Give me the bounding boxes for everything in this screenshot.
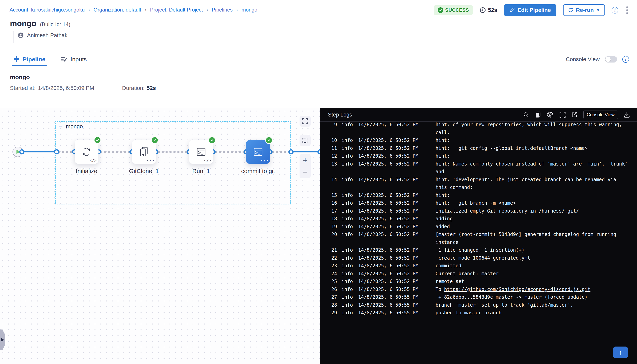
connector-port[interactable] [288,149,294,154]
log-link[interactable]: https://github.com/Sonichigo/economy-dis… [444,286,590,292]
log-timestamp: 14/8/2025, 6:50:52 PM [358,207,427,215]
log-settings-icon[interactable] [547,111,554,118]
more-options-menu[interactable] [625,5,629,15]
connector-line [158,151,188,153]
divider [13,31,14,43]
tab-inputs[interactable]: Inputs [59,52,88,66]
log-level: info [342,286,354,294]
step-node-gitclone[interactable]: </> [132,140,156,164]
console-view-info-icon[interactable]: i [622,56,629,63]
stage-group-label[interactable]: – mongo [59,123,83,130]
log-timestamp: 14/8/2025, 6:50:52 PM [358,262,427,270]
zoom-in-button[interactable]: + [302,157,308,163]
connector-line [272,151,290,153]
log-timestamp: 14/8/2025, 6:50:52 PM [358,215,427,223]
tab-pipeline[interactable]: Pipeline [12,52,47,66]
console-view-toggle[interactable] [605,56,617,62]
log-level: info [342,231,354,246]
log-timestamp: 14/8/2025, 6:50:52 PM [358,152,427,160]
log-level: info [342,192,354,200]
log-level: info [342,160,354,176]
log-row: 9 info 14/8/2025, 6:50:52 PM hint: of yo… [329,122,637,136]
log-row: 17 info 14/8/2025, 6:50:52 PM Initialize… [329,207,637,215]
edit-pipeline-button[interactable]: Edit Pipeline [504,4,556,16]
tab-bar: Pipeline Inputs Console View i [0,52,637,66]
log-line-number: 10 [329,136,337,144]
main-area: – mongo [0,108,637,364]
collapse-stage-icon[interactable]: – [59,124,62,128]
scroll-to-top-button[interactable]: ↑ [613,346,628,358]
log-message: To https://github.com/Sonichigo/economy-… [432,286,628,294]
pencil-icon [510,8,515,13]
log-line-number: 20 [329,231,337,246]
breadcrumb-pipelines[interactable]: Pipelines [212,7,233,13]
log-message: branch 'master' set up to track 'gitlab/… [432,301,628,309]
log-level: info [342,215,354,223]
log-row: 23 info 14/8/2025, 6:50:52 PM committed [329,262,637,270]
search-logs-icon[interactable] [523,112,529,118]
tab-pipeline-label: Pipeline [23,56,46,63]
log-message: Current branch: master [432,270,628,278]
stage-name: mongo [10,74,30,80]
log-line-number: 27 [329,293,337,301]
log-timestamp: 14/8/2025, 6:50:55 PM [358,293,427,301]
duration-label: Duration: [122,85,145,91]
breadcrumb-separator: › [145,7,146,13]
download-logs-icon[interactable] [624,112,630,118]
breadcrumb-separator: › [206,7,208,13]
log-timestamp: 14/8/2025, 6:50:55 PM [358,309,427,317]
step-label-commit-to-git: commit to git [230,168,286,174]
log-line-number: 17 [329,207,337,215]
run-info-icon[interactable]: i [612,7,618,14]
multi-select-button[interactable] [300,135,311,146]
log-timestamp: 14/8/2025, 6:50:52 PM [358,122,427,136]
log-row: 14 info 14/8/2025, 6:50:52 PM hint: 'dev… [329,176,637,192]
pipeline-canvas[interactable]: – mongo [0,108,320,364]
copy-logs-icon[interactable] [535,112,541,118]
breadcrumb-account[interactable]: Account: kurosakiichigo.songoku [10,7,85,13]
breadcrumb-project[interactable]: Project: Default Project [150,7,203,13]
user-icon [18,32,24,38]
clock-icon [480,7,486,13]
step-label-gitclone: GitClone_1 [116,168,172,174]
log-row: 29 info 14/8/2025, 6:50:55 PM pushed to … [329,309,637,317]
connector-port[interactable] [318,149,320,154]
log-line-number: 29 [329,309,337,317]
rerun-button[interactable]: Re-run ▼ [563,4,605,16]
step-node-commit-to-git[interactable]: </> [246,140,270,164]
log-message: 1 file changed, 1 insertion(+) [432,246,628,254]
step-node-run[interactable]: </> [189,140,213,164]
log-line-number: 12 [329,152,337,160]
status-badge-label: SUCCESS [445,7,469,13]
fullscreen-canvas-button[interactable] [300,116,311,127]
log-message: hint: [432,136,628,144]
breadcrumb-current[interactable]: mongo [242,7,258,13]
connector-line [215,151,245,153]
log-line-number: 15 [329,192,337,200]
log-timestamp: 14/8/2025, 6:50:52 PM [358,192,427,200]
inputs-icon [60,56,67,62]
log-line-number: 16 [329,199,337,207]
connector-port[interactable] [19,149,24,154]
log-list[interactable]: 9 info 14/8/2025, 6:50:52 PM hint: of yo… [320,122,637,364]
code-icon: </> [204,158,211,162]
log-message: + 82a6dbb...5843d9c master -> master (fo… [432,293,628,301]
step-logs-header: Step Logs Console View [320,108,637,122]
log-level: info [342,122,354,136]
log-row: 15 info 14/8/2025, 6:50:52 PM hint: [329,192,637,200]
step-label-initialize: Initialize [59,168,114,174]
open-logs-external-icon[interactable] [572,112,578,118]
expand-left-panel-handle[interactable] [0,330,5,350]
log-row: 16 info 14/8/2025, 6:50:52 PM hint: git … [329,199,637,207]
expand-logs-icon[interactable] [560,112,566,118]
log-level: info [342,207,354,215]
log-timestamp: 14/8/2025, 6:50:52 PM [358,136,427,144]
step-node-initialize[interactable]: </> [75,140,98,164]
zoom-out-button[interactable]: − [302,169,308,175]
console-view-button[interactable]: Console View [584,110,618,119]
log-row: 13 info 14/8/2025, 6:50:52 PM hint: Name… [329,160,637,176]
log-timestamp: 14/8/2025, 6:50:52 PM [358,199,427,207]
breadcrumb-organization[interactable]: Organization: default [94,7,141,13]
edit-pipeline-label: Edit Pipeline [518,7,551,13]
connector-port[interactable] [54,149,59,154]
